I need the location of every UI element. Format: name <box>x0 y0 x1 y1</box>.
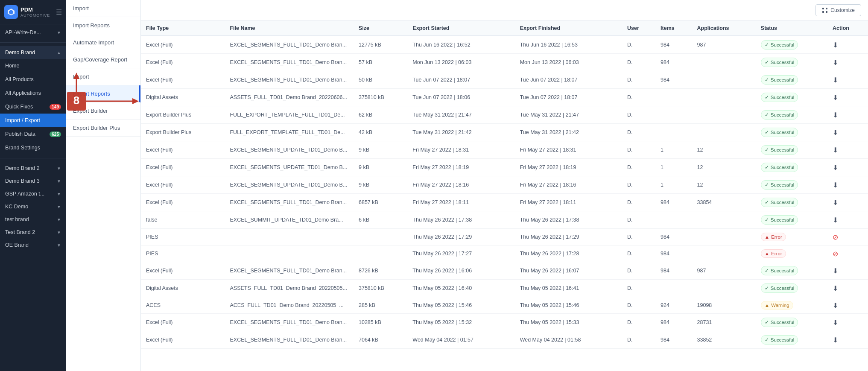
status-icon: ✓ <box>765 319 769 325</box>
cell-items: 984 <box>655 229 692 245</box>
cell-action[interactable]: ⬇ <box>827 262 868 280</box>
cell-action[interactable]: ⬇ <box>827 176 868 194</box>
download-action[interactable]: ⬇ <box>833 41 838 49</box>
cell-action[interactable]: ⬇ <box>827 314 868 331</box>
sidebar-item-oe-brand[interactable]: OE Brand ▼ <box>0 239 66 251</box>
sub-nav-gap-coverage[interactable]: Gap/Coverage Report <box>66 51 140 68</box>
cell-action[interactable]: ⬇ <box>827 89 868 106</box>
download-action[interactable]: ⬇ <box>833 94 838 101</box>
table-row: Excel (Full) EXCEL_SEGMENTS_FULL_TD01_De… <box>141 331 868 349</box>
publish-data-badge: 625 <box>50 131 61 137</box>
sidebar-item-import-export[interactable]: Import / Export <box>0 114 66 127</box>
cell-action[interactable]: ⬇ <box>827 141 868 159</box>
sidebar-item-all-applications[interactable]: All Applications <box>0 86 66 100</box>
sidebar-item-demo-brand-2[interactable]: Demo Brand 2 ▼ <box>0 162 66 175</box>
sidebar-item-brand-settings[interactable]: Brand Settings <box>0 141 66 155</box>
quick-fixes-badge: 149 <box>50 104 61 110</box>
download-action[interactable]: ⬇ <box>833 216 838 224</box>
cell-file-type: Excel (Full) <box>141 194 225 211</box>
cell-file-name: ASSETS_FULL_TD01_Demo Brand_20220606... <box>225 89 354 106</box>
cell-file-type: Digital Assets <box>141 280 225 297</box>
test-brand-2-label: Test Brand 2 <box>5 229 35 235</box>
error-action[interactable]: ⊘ <box>833 250 838 257</box>
cell-size: 12775 kB <box>354 36 407 54</box>
export-label: Export <box>73 73 89 80</box>
cell-file-type: Excel (Full) <box>141 54 225 71</box>
hamburger-icon[interactable]: ☰ <box>56 8 62 16</box>
table-row: Export Builder Plus FULL_EXPORT_TEMPLATE… <box>141 106 868 124</box>
oe-brand-chevron: ▼ <box>57 243 61 248</box>
sidebar-item-test-brand[interactable]: test brand ▼ <box>0 213 66 226</box>
cell-action[interactable]: ⬇ <box>827 71 868 89</box>
sub-nav-export-builder-plus[interactable]: Export Builder Plus <box>66 120 140 137</box>
cell-user: D. <box>622 159 655 176</box>
cell-action[interactable]: ⬇ <box>827 54 868 71</box>
sub-nav-import-reports[interactable]: Import Reports <box>66 17 140 34</box>
cell-action[interactable]: ⬇ <box>827 280 868 297</box>
sidebar-item-test-brand-2[interactable]: Test Brand 2 ▼ <box>0 226 66 239</box>
sidebar-item-quick-fixes[interactable]: Quick Fixes 149 <box>0 100 66 114</box>
sidebar-item-api-write[interactable]: API-Write-De... ▼ <box>0 26 66 39</box>
download-action[interactable]: ⬇ <box>833 111 838 119</box>
sub-nav-import[interactable]: Import <box>66 0 140 17</box>
sidebar-item-all-products[interactable]: All Products <box>0 73 66 86</box>
cell-size: 375810 kB <box>354 89 407 106</box>
cell-file-name: EXCEL_SEGMENTS_FULL_TD01_Demo Bran... <box>225 54 354 71</box>
status-badge: ✓ Successful <box>761 215 798 225</box>
kc-demo-chevron: ▼ <box>57 204 61 209</box>
status-icon: ✓ <box>765 59 769 65</box>
sub-nav-export[interactable]: Export <box>66 68 140 85</box>
logo-text: PDM <box>20 6 50 13</box>
cell-size: 375810 kB <box>354 280 407 297</box>
cell-action[interactable]: ⬇ <box>827 124 868 141</box>
sidebar-item-publish-data[interactable]: Publish Data 625 <box>0 127 66 141</box>
cell-action[interactable]: ⬇ <box>827 297 868 314</box>
cell-action[interactable]: ⊘ <box>827 229 868 245</box>
cell-action[interactable]: ⬇ <box>827 331 868 349</box>
download-action[interactable]: ⬇ <box>833 146 838 154</box>
cell-action[interactable]: ⊘ <box>827 245 868 262</box>
table-row: Excel (Full) EXCEL_SEGMENTS_FULL_TD01_De… <box>141 36 868 54</box>
download-action[interactable]: ⬇ <box>833 336 838 344</box>
cell-export-finished: Tue May 31 2022 | 21:42 <box>515 124 622 141</box>
download-action[interactable]: ⬇ <box>833 76 838 84</box>
download-action[interactable]: ⬇ <box>833 164 838 171</box>
cell-action[interactable]: ⬇ <box>827 36 868 54</box>
sub-nav-automate-import[interactable]: Automate Import <box>66 34 140 51</box>
cell-action[interactable]: ⬇ <box>827 159 868 176</box>
cell-action[interactable]: ⬇ <box>827 211 868 229</box>
gsp-amazon-chevron: ▼ <box>57 192 61 196</box>
cell-export-finished: Thu May 05 2022 | 16:41 <box>515 280 622 297</box>
download-action[interactable]: ⬇ <box>833 285 838 292</box>
divider-1 <box>0 42 66 43</box>
status-icon: ✓ <box>765 285 769 291</box>
sub-nav-export-reports[interactable]: Export Reports <box>66 85 140 102</box>
download-action[interactable]: ⬇ <box>833 199 838 206</box>
cell-export-started: Tue Jun 07 2022 | 18:06 <box>407 89 514 106</box>
cell-items: 984 <box>655 262 692 280</box>
download-action[interactable]: ⬇ <box>833 181 838 189</box>
error-action[interactable]: ⊘ <box>833 234 838 241</box>
sub-nav-export-builder[interactable]: Export Builder <box>66 102 140 120</box>
customize-button[interactable]: Customize <box>815 4 861 16</box>
status-badge: ✓ Successful <box>761 75 798 85</box>
download-action[interactable]: ⬇ <box>833 302 838 309</box>
sidebar-item-demo-brand-3[interactable]: Demo Brand 3 ▼ <box>0 175 66 187</box>
cell-file-type: ACES <box>141 297 225 314</box>
cell-action[interactable]: ⬇ <box>827 194 868 211</box>
cell-action[interactable]: ⬇ <box>827 106 868 124</box>
download-action[interactable]: ⬇ <box>833 129 838 136</box>
cell-export-finished: Tue May 31 2022 | 21:47 <box>515 106 622 124</box>
cell-file-name: EXCEL_SEGMENTS_UPDATE_TD01_Demo B... <box>225 159 354 176</box>
sidebar-item-home[interactable]: Home <box>0 59 66 73</box>
status-badge: ✓ Successful <box>761 266 798 275</box>
sidebar-item-gsp-amazon[interactable]: GSP Amazon t... ▼ <box>0 187 66 200</box>
cell-export-finished: Wed May 04 2022 | 01:58 <box>515 331 622 349</box>
sidebar-item-kc-demo[interactable]: KC Demo ▼ <box>0 200 66 213</box>
sidebar-item-demo-brand[interactable]: Demo Brand ▲ <box>0 46 66 59</box>
table-container[interactable]: File Type File Name Size Export Started … <box>141 21 868 371</box>
download-action[interactable]: ⬇ <box>833 59 838 66</box>
table-body: Excel (Full) EXCEL_SEGMENTS_FULL_TD01_De… <box>141 36 868 349</box>
download-action[interactable]: ⬇ <box>833 319 838 326</box>
download-action[interactable]: ⬇ <box>833 267 838 275</box>
